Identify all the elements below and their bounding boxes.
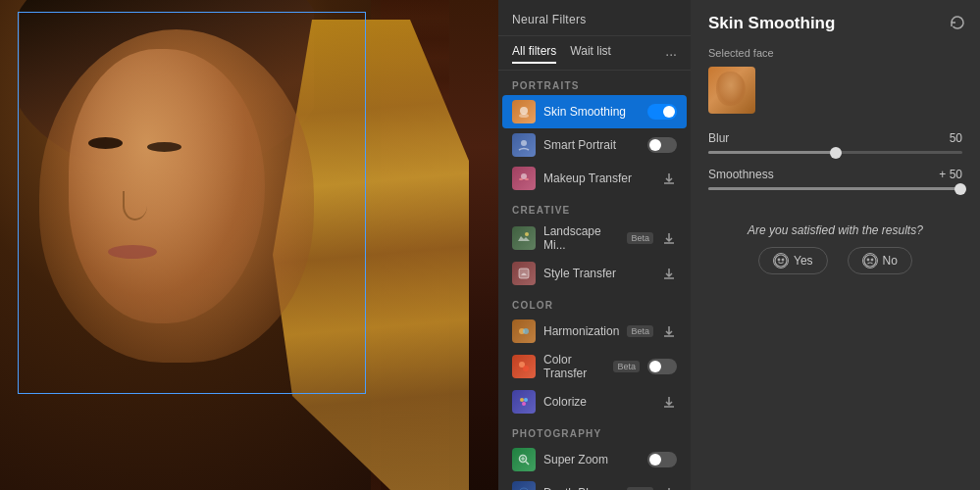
filter-item-skin-smoothing[interactable]: Skin Smoothing — [502, 95, 687, 128]
harmonization-badge: Beta — [627, 325, 653, 337]
svg-point-21 — [864, 255, 876, 267]
svg-point-0 — [520, 107, 528, 115]
svg-point-20 — [782, 259, 784, 261]
smart-portrait-label: Smart Portrait — [543, 138, 640, 152]
blur-slider-track[interactable] — [708, 151, 962, 154]
satisfaction-question: Are you satisfied with the results? — [708, 223, 962, 237]
svg-point-3 — [521, 173, 527, 179]
svg-point-11 — [523, 366, 529, 371]
face-highlight — [69, 49, 265, 323]
settings-title: Skin Smoothing — [708, 14, 962, 33]
filter-item-color-transfer[interactable]: Color Transfer Beta — [502, 348, 687, 385]
style-transfer-download-icon[interactable] — [661, 266, 677, 281]
satisfaction-buttons: Yes No — [708, 247, 962, 274]
filter-item-makeup-transfer[interactable]: Makeup Transfer — [502, 162, 687, 195]
colorize-label: Colorize — [543, 395, 653, 409]
super-zoom-label: Super Zoom — [543, 453, 640, 466]
panel-header: Neural Filters — [498, 0, 691, 36]
satisfaction-yes-button[interactable]: Yes — [758, 247, 828, 274]
smoothness-slider-track[interactable] — [708, 187, 962, 190]
filter-item-colorize[interactable]: Colorize — [502, 385, 687, 418]
filter-item-landscape-mix[interactable]: Landscape Mi... Beta — [502, 220, 687, 257]
depth-blur-label: Depth Blur — [543, 486, 619, 490]
tab-all-filters[interactable]: All filters — [512, 44, 556, 64]
landscape-mix-label: Landscape Mi... — [543, 224, 619, 252]
smoothness-slider-header: Smoothness + 50 — [708, 168, 962, 181]
svg-point-13 — [524, 398, 528, 402]
photo-canvas — [0, 0, 498, 490]
smoothness-slider-fill — [708, 187, 962, 190]
blur-slider-thumb[interactable] — [830, 147, 842, 159]
landscape-mix-badge: Beta — [627, 232, 653, 244]
blur-label: Blur — [708, 131, 729, 145]
makeup-transfer-label: Makeup Transfer — [543, 172, 653, 185]
super-zoom-toggle[interactable] — [647, 452, 677, 467]
tab-more-button[interactable]: ··· — [665, 46, 677, 62]
blur-slider-fill — [708, 151, 836, 154]
harmonization-label: Harmonization — [543, 324, 619, 338]
filter-item-smart-portrait[interactable]: Smart Portrait — [502, 128, 687, 162]
filter-item-depth-blur[interactable]: Depth Blur Beta — [502, 476, 687, 490]
blur-slider-row: Blur 50 — [708, 131, 962, 154]
smoothness-label: Smoothness — [708, 168, 774, 181]
svg-point-9 — [523, 328, 529, 334]
svg-point-23 — [871, 259, 873, 261]
eye-right — [147, 142, 181, 152]
tab-wait-list[interactable]: Wait list — [570, 44, 611, 64]
section-photography-label: PHOTOGRAPHY — [498, 418, 691, 443]
svg-point-6 — [525, 232, 529, 236]
colorize-icon — [512, 390, 536, 414]
svg-point-22 — [867, 259, 869, 261]
svg-point-12 — [520, 398, 524, 402]
frown-icon — [862, 253, 878, 269]
landscape-mix-icon — [512, 226, 536, 250]
restore-defaults-button[interactable] — [949, 14, 966, 35]
yes-label: Yes — [794, 254, 813, 268]
satisfaction-no-button[interactable]: No — [848, 247, 912, 274]
no-label: No — [883, 254, 898, 268]
svg-point-5 — [525, 178, 529, 180]
smart-portrait-toggle[interactable] — [647, 137, 677, 153]
color-transfer-label: Color Transfer — [543, 353, 605, 380]
svg-point-1 — [519, 114, 529, 118]
filter-item-super-zoom[interactable]: Super Zoom — [502, 443, 687, 476]
section-portraits-label: PORTRAITS — [498, 71, 691, 95]
svg-point-18 — [775, 255, 787, 267]
filter-item-harmonization[interactable]: Harmonization Beta — [502, 315, 687, 348]
skin-smoothing-toggle[interactable] — [647, 104, 677, 120]
depth-blur-icon — [512, 481, 536, 490]
blur-slider-header: Blur 50 — [708, 131, 962, 145]
skin-smoothing-label: Skin Smoothing — [543, 105, 640, 119]
selected-face-thumbnail[interactable] — [708, 67, 755, 114]
style-transfer-icon — [512, 262, 536, 285]
selected-face-label: Selected face — [708, 47, 962, 59]
filters-panel: Neural Filters All filters Wait list ···… — [498, 0, 691, 490]
filter-item-style-transfer[interactable]: Style Transfer — [502, 257, 687, 290]
color-transfer-icon — [512, 355, 536, 378]
svg-point-4 — [519, 178, 523, 180]
landscape-mix-download-icon[interactable] — [661, 230, 677, 246]
depth-blur-download-icon[interactable] — [661, 485, 677, 490]
nose — [123, 191, 147, 220]
colorize-download-icon[interactable] — [661, 394, 677, 410]
eye-left — [88, 137, 123, 149]
harmonization-download-icon[interactable] — [661, 323, 677, 339]
super-zoom-icon — [512, 448, 536, 471]
panel-tabs: All filters Wait list ··· — [498, 36, 691, 71]
section-creative-label: CREATIVE — [498, 195, 691, 220]
smart-portrait-icon — [512, 133, 536, 157]
panel-title: Neural Filters — [512, 13, 587, 26]
svg-point-19 — [778, 259, 780, 261]
makeup-transfer-download-icon[interactable] — [661, 171, 677, 186]
smoothness-value: + 50 — [933, 168, 962, 181]
skin-smoothing-icon — [512, 100, 536, 123]
color-transfer-toggle[interactable] — [647, 359, 677, 374]
smile-icon — [773, 253, 789, 269]
color-transfer-badge: Beta — [613, 361, 640, 372]
svg-point-14 — [522, 402, 526, 406]
smoothness-slider-row: Smoothness + 50 — [708, 168, 962, 190]
settings-panel: Skin Smoothing Selected face Blur 50 Smo… — [691, 0, 980, 490]
filters-scroll-area[interactable]: PORTRAITS Skin Smoothing Smart Portrait — [498, 71, 691, 490]
blur-value: 50 — [933, 131, 962, 145]
smoothness-slider-thumb[interactable] — [954, 183, 966, 195]
